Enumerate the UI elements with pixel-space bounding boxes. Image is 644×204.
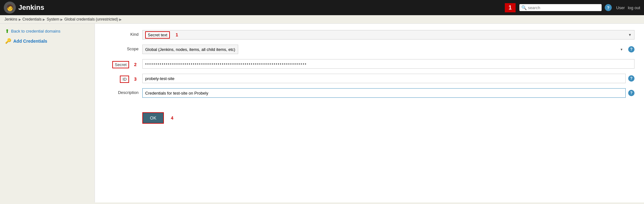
id-annotation-number: 3 <box>132 77 139 82</box>
breadcrumb-sep-3: ▶ <box>60 18 63 21</box>
kind-annotation-number: 1 <box>174 32 180 37</box>
id-field-label: ID 3 <box>104 74 142 83</box>
breadcrumb-credentials[interactable]: Credentials <box>22 17 42 22</box>
scope-row: Scope Global (Jenkins, nodes, items, all… <box>104 45 635 54</box>
back-arrow-icon: ⬆ <box>5 28 9 34</box>
breadcrumb-jenkins[interactable]: Jenkins <box>4 17 17 22</box>
jenkins-logo-icon: 🧑 <box>4 2 16 14</box>
description-row: Description ? <box>104 88 635 98</box>
logo-area: 🧑 Jenkins <box>4 2 44 14</box>
secret-control-area <box>142 59 635 69</box>
add-credentials-link[interactable]: 🔑 Add Credentials <box>5 38 90 44</box>
ok-button-wrapper: OK 4 <box>142 112 175 124</box>
back-to-domains-link[interactable]: ⬆ Back to credential domains <box>5 28 90 34</box>
content-area: Kind Secret text 1 ▼ Scope Global (Jenki… <box>95 24 644 202</box>
scope-select-wrapper: Global (Jenkins, nodes, items, all child… <box>142 45 626 54</box>
breadcrumb-sep-1: ▶ <box>19 18 21 21</box>
secret-input[interactable] <box>142 59 635 69</box>
description-label: Description <box>104 88 142 95</box>
ok-annotation-number: 4 <box>169 115 175 121</box>
breadcrumb: Jenkins ▶ Credentials ▶ System ▶ Global … <box>0 15 644 24</box>
secret-annotated-label: Secret <box>112 61 129 68</box>
kind-select-display[interactable]: Secret text 1 ▼ <box>142 30 635 40</box>
header-help-button[interactable]: ? <box>605 4 612 11</box>
secret-annotation-number: 2 <box>132 62 139 67</box>
description-control-area: ? <box>142 88 635 98</box>
jenkins-logo-text: Jenkins <box>18 3 44 12</box>
id-input[interactable] <box>142 74 626 83</box>
scope-select[interactable]: Global (Jenkins, nodes, items, all child… <box>142 45 238 54</box>
kind-dropdown-arrow: ▼ <box>628 33 632 37</box>
description-input[interactable] <box>142 88 626 98</box>
scope-control-area: Global (Jenkins, nodes, items, all child… <box>142 45 635 54</box>
kind-label: Kind <box>104 30 142 37</box>
breadcrumb-global-credentials[interactable]: Global credentials (unrestricted) <box>64 17 118 22</box>
notification-badge[interactable]: 1 <box>505 3 516 12</box>
id-help-button[interactable]: ? <box>628 75 635 82</box>
main-layout: ⬆ Back to credential domains 🔑 Add Crede… <box>0 24 644 202</box>
id-annotated-label: ID <box>120 76 129 83</box>
search-input[interactable] <box>528 5 598 10</box>
breadcrumb-sep-2: ▶ <box>43 18 45 21</box>
description-help-button[interactable]: ? <box>628 90 635 96</box>
id-control-area: ? <box>142 74 635 83</box>
user-area: User log out <box>616 5 640 10</box>
header: 🧑 Jenkins 1 🔍 ? User log out <box>0 0 644 15</box>
breadcrumb-system[interactable]: System <box>46 17 59 22</box>
kind-row: Kind Secret text 1 ▼ <box>104 30 635 40</box>
search-area: 🔍 <box>519 4 602 11</box>
key-icon: 🔑 <box>5 38 11 44</box>
scope-label: Scope <box>104 45 142 51</box>
add-credentials-label: Add Credentials <box>13 39 47 44</box>
back-to-domains-label: Back to credential domains <box>11 29 60 34</box>
search-icon: 🔍 <box>521 5 527 10</box>
secret-field-label: Secret 2 <box>104 59 142 68</box>
id-row: ID 3 ? <box>104 74 635 83</box>
username-label: User <box>616 5 625 10</box>
scope-help-button[interactable]: ? <box>628 46 635 53</box>
secret-row: Secret 2 <box>104 59 635 69</box>
kind-control-area: Secret text 1 ▼ <box>142 30 635 40</box>
logout-link[interactable]: log out <box>628 5 640 10</box>
breadcrumb-sep-4: ▶ <box>119 18 122 21</box>
kind-annotated-value: Secret text <box>145 31 170 39</box>
sidebar: ⬆ Back to credential domains 🔑 Add Crede… <box>0 24 95 202</box>
ok-button[interactable]: OK <box>142 112 164 124</box>
